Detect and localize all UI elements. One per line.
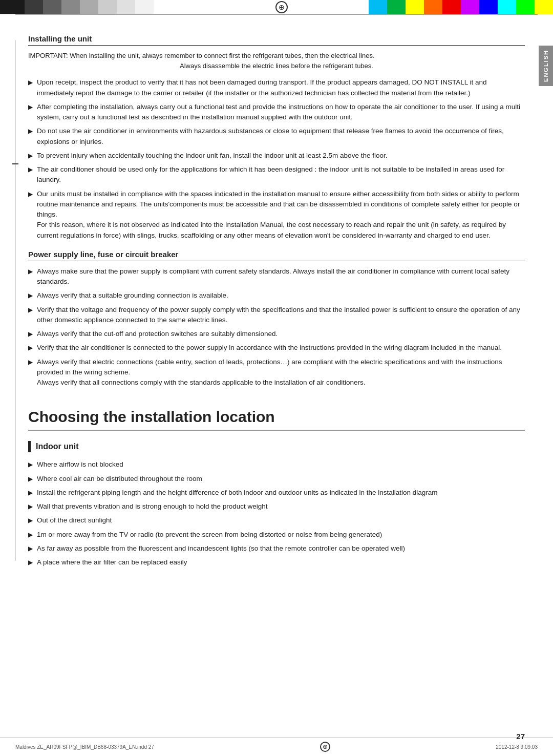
bullet-text: To prevent injury when accidentally touc… <box>37 151 525 161</box>
power-supply-list: ▶Always make sure that the power supply … <box>28 266 525 388</box>
bullet-arrow-icon: ▶ <box>28 78 33 87</box>
language-tab: ENGLISH <box>539 46 553 86</box>
list-item: ▶Where cool air can be distributed throu… <box>28 474 525 484</box>
list-item: ▶Verify that the voltage and frequency o… <box>28 305 525 326</box>
bullet-text: As far away as possible from the fluores… <box>37 543 525 554</box>
top-color-bar: ⊕ <box>0 0 553 14</box>
footer-left-text: Maldives ZE_AR09FSFP@_IBIM_DB68-03379A_E… <box>15 744 154 750</box>
color-swatch <box>535 0 553 14</box>
bullet-arrow-icon: ▶ <box>28 291 33 300</box>
bullet-arrow-icon: ▶ <box>28 502 33 511</box>
bullet-text: Always verify that electric connections … <box>37 357 525 388</box>
left-dash-marker <box>12 163 18 164</box>
bullet-arrow-icon: ▶ <box>28 474 33 484</box>
indoor-unit-title: Indoor unit <box>36 442 79 451</box>
bullet-text: Verify that the voltage and frequency of… <box>37 305 525 326</box>
list-item: ▶After completing the installation, alwa… <box>28 102 525 123</box>
color-swatch <box>516 0 535 14</box>
footer-center: ⊕ <box>320 742 330 752</box>
bullet-arrow-icon: ▶ <box>28 343 33 352</box>
page-number: 27 <box>516 732 525 741</box>
color-swatch <box>61 0 80 14</box>
bullet-text: A place where the air filter can be repl… <box>37 557 525 568</box>
color-swatch <box>0 0 25 14</box>
bullet-arrow-icon: ▶ <box>28 558 33 567</box>
important-note: IMPORTANT: When installing the unit, alw… <box>28 51 525 71</box>
color-swatch <box>369 0 387 14</box>
top-bar-left <box>0 0 195 14</box>
indoor-unit-list: ▶Where airflow is not blocked▶Where cool… <box>28 459 525 568</box>
bullet-arrow-icon: ▶ <box>28 488 33 497</box>
list-item: ▶Always make sure that the power supply … <box>28 266 525 287</box>
bullet-arrow-icon: ▶ <box>28 267 33 276</box>
color-swatch <box>117 0 135 14</box>
list-item: ▶Out of the direct sunlight <box>28 515 525 526</box>
bullet-text: Install the refrigerant piping length an… <box>37 488 525 498</box>
bullet-arrow-icon: ▶ <box>28 165 33 174</box>
list-item: ▶Do not use the air conditioner in envir… <box>28 126 525 147</box>
main-content: ENGLISH Installing the unit IMPORTANT: W… <box>0 15 553 592</box>
bullet-arrow-icon: ▶ <box>28 190 33 199</box>
list-item: ▶Wall that prevents vibration and is str… <box>28 501 525 512</box>
color-swatch <box>461 0 479 14</box>
color-swatch <box>43 0 61 14</box>
bullet-text: Always verify that a suitable grounding … <box>37 290 525 301</box>
bullet-text: Do not use the air conditioner in enviro… <box>37 126 525 147</box>
bullet-text: Always make sure that the power supply i… <box>37 266 525 287</box>
list-item: ▶Install the refrigerant piping length a… <box>28 488 525 498</box>
bullet-text: Upon receipt, inspect the product to ver… <box>37 77 525 98</box>
bullet-arrow-icon: ▶ <box>28 516 33 525</box>
bullet-arrow-icon: ▶ <box>28 127 33 136</box>
power-supply-header: Power supply line, fuse or circuit break… <box>28 250 525 261</box>
list-item: ▶1m or more away from the TV or radio (t… <box>28 530 525 540</box>
bullet-text: Out of the direct sunlight <box>37 515 525 526</box>
bullet-arrow-icon: ▶ <box>28 460 33 469</box>
list-item: ▶Always verify that electric connections… <box>28 357 525 388</box>
bullet-arrow-icon: ▶ <box>28 358 33 367</box>
color-swatch <box>135 0 154 14</box>
important-note-centered: Always disassemble the electric lines be… <box>28 61 525 71</box>
list-item: ▶Where airflow is not blocked <box>28 459 525 470</box>
list-item: ▶Our units must be installed in complian… <box>28 189 525 241</box>
bullet-arrow-icon: ▶ <box>28 544 33 553</box>
bullet-text: Where cool air can be distributed throug… <box>37 474 525 484</box>
left-margin-line <box>15 40 16 561</box>
language-tab-label: ENGLISH <box>543 50 549 82</box>
indoor-unit-subsection: Indoor unit <box>28 441 525 452</box>
bullet-arrow-icon: ▶ <box>28 530 33 539</box>
color-swatch <box>80 0 98 14</box>
footer-right-text: 2012-12-8 9:09:03 <box>496 744 538 750</box>
color-swatch <box>98 0 117 14</box>
color-swatch <box>424 0 442 14</box>
top-compass-icon: ⊕ <box>275 1 288 13</box>
bullet-text: 1m or more away from the TV or radio (to… <box>37 530 525 540</box>
choosing-section-title: Choosing the installation location <box>28 408 525 431</box>
bullet-arrow-icon: ▶ <box>28 329 33 339</box>
important-note-text: IMPORTANT: When installing the unit, alw… <box>28 52 375 59</box>
installing-unit-header: Installing the unit <box>28 34 525 46</box>
list-item: ▶To prevent injury when accidentally tou… <box>28 151 525 161</box>
color-swatch <box>387 0 406 14</box>
bullet-text: Wall that prevents vibration and is stro… <box>37 501 525 512</box>
top-bar-center: ⊕ <box>195 0 369 14</box>
color-swatch <box>406 0 424 14</box>
list-item: ▶Verify that the air conditioner is conn… <box>28 343 525 353</box>
color-swatch <box>442 0 461 14</box>
bullet-arrow-icon: ▶ <box>28 305 33 314</box>
bullet-text: Always verify that the cut-off and prote… <box>37 329 525 339</box>
list-item: ▶As far away as possible from the fluore… <box>28 543 525 554</box>
page-footer: Maldives ZE_AR09FSFP@_IBIM_DB68-03379A_E… <box>0 737 553 756</box>
color-swatch <box>25 0 43 14</box>
top-bar-right <box>369 0 553 14</box>
list-item: ▶Upon receipt, inspect the product to ve… <box>28 77 525 98</box>
bullet-arrow-icon: ▶ <box>28 151 33 160</box>
list-item: ▶The air conditioner should be used only… <box>28 164 525 185</box>
bullet-text: Our units must be installed in complianc… <box>37 189 525 241</box>
color-swatch <box>479 0 498 14</box>
installing-unit-list: ▶Upon receipt, inspect the product to ve… <box>28 77 525 241</box>
list-item: ▶A place where the air filter can be rep… <box>28 557 525 568</box>
list-item: ▶Always verify that a suitable grounding… <box>28 290 525 301</box>
bullet-text: The air conditioner should be used only … <box>37 164 525 185</box>
color-swatch <box>498 0 516 14</box>
bullet-text: After completing the installation, alway… <box>37 102 525 123</box>
